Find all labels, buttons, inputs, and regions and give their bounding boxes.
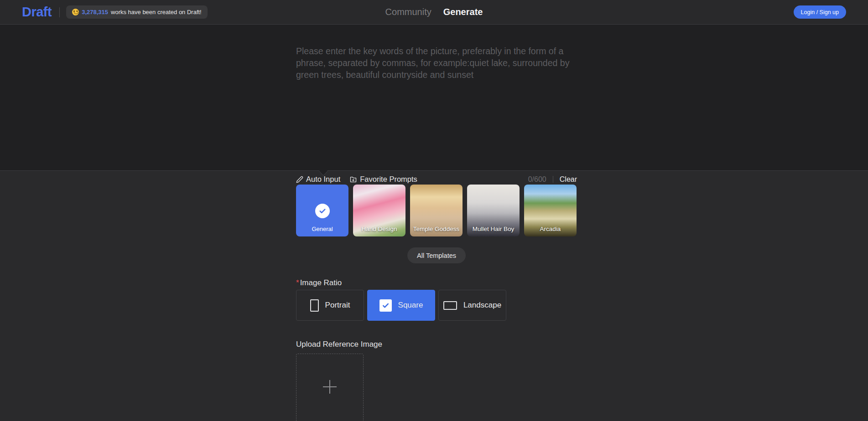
works-count-text: works have been created on Draft! [111,9,202,15]
template-label: Hand Design [353,226,405,232]
template-card-general[interactable]: General [296,185,348,236]
works-count: 3,278,315 [82,9,108,15]
smiley-icon [72,9,79,15]
logo-divider [59,7,60,17]
works-count-badge: 3,278,315 works have been created on Dra… [66,5,208,19]
template-label: General [296,226,348,232]
toolbar-divider [553,176,553,183]
nav-generate[interactable]: Generate [443,7,483,17]
nav-community[interactable]: Community [385,7,431,17]
ratio-option-label: Portrait [325,301,350,310]
favorite-prompts-button[interactable]: Favorite Prompts [349,175,417,184]
template-card-mullet-hair-boy[interactable]: Mullet Hair Boy [467,185,520,236]
main-nav: Community Generate [385,0,483,24]
required-asterisk: * [296,278,299,287]
ratio-option-square[interactable]: Square [367,290,435,321]
logo[interactable]: Draft [22,5,52,20]
template-card-temple-goddess[interactable]: Temple Goddess [410,185,463,236]
clear-button[interactable]: Clear [560,175,577,184]
plus-icon [322,379,338,397]
checked-checkbox-icon [379,299,392,312]
auto-input-label: Auto Input [306,175,340,184]
favorite-prompts-label: Favorite Prompts [360,175,417,184]
image-ratio-options: Portrait Square Landscape [296,290,577,321]
char-count: 0/600 [528,175,546,184]
ratio-option-label: Landscape [463,301,501,310]
auto-input-button[interactable]: Auto Input [296,175,340,184]
login-signup-button[interactable]: Login / Sign up [794,5,846,19]
portrait-frame-icon [310,299,319,312]
image-ratio-label: *Image Ratio [296,278,577,288]
upload-reference-label: Upload Reference Image [296,339,577,349]
prompt-panel: Auto Input Favorite Prompts 0/600 Clear [0,24,868,171]
prompt-input[interactable] [296,45,577,143]
template-label: Arcadia [524,226,577,232]
top-bar: Draft 3,278,315 works have been created … [0,0,868,24]
generate-page-body: General Hand Design Temple Goddess Mulle… [0,171,868,421]
check-circle-icon [315,204,330,218]
ratio-option-label: Square [398,301,423,310]
folder-plus-icon [349,176,357,183]
prompt-toolbar: Auto Input Favorite Prompts 0/600 Clear [296,175,577,184]
template-label: Temple Goddess [410,226,463,232]
ratio-option-landscape[interactable]: Landscape [438,290,506,321]
upload-reference-box[interactable] [296,354,364,421]
ratio-option-portrait[interactable]: Portrait [296,290,364,321]
template-card-hand-design[interactable]: Hand Design [353,185,405,236]
template-label: Mullet Hair Boy [467,226,520,232]
template-card-arcadia[interactable]: Arcadia [524,185,577,236]
landscape-frame-icon [443,301,457,310]
all-templates-button[interactable]: All Templates [407,247,466,263]
pen-icon [296,176,303,183]
